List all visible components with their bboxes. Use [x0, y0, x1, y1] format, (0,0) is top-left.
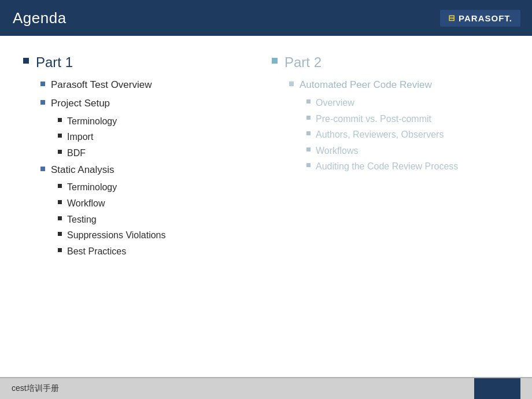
item-label: Project Setup — [51, 97, 110, 110]
list-item: BDF — [23, 147, 260, 160]
l3-bullet — [306, 99, 311, 104]
item-label: Terminology — [67, 181, 117, 194]
list-item: Auditing the Code Review Process — [272, 160, 509, 173]
logo: ⊟ PARASOFT. — [440, 10, 520, 27]
l3-bullet — [58, 150, 62, 154]
item-label: BDF — [67, 147, 86, 160]
l3-bullet — [306, 147, 311, 152]
column-part2: Part 2 Automated Peer Code Review Overvi… — [272, 53, 509, 365]
l2-bullet — [40, 82, 45, 86]
l2-bullet — [40, 167, 45, 171]
list-item: Workflows — [272, 145, 509, 157]
item-label: Workflows — [316, 145, 359, 157]
l3-bullet — [58, 216, 62, 220]
item-label: Suppressions Violations — [67, 229, 165, 242]
list-item: Best Practices — [23, 245, 260, 258]
item-label: Testing — [67, 213, 97, 226]
footer: cest培训手册 — [0, 377, 532, 399]
item-label: Import — [67, 131, 93, 143]
column-part1: Part 1 Parasoft Test Overview Project Se… — [23, 53, 260, 365]
footer-text: cest培训手册 — [12, 383, 59, 394]
l3-bullet — [306, 116, 311, 120]
l3-bullet — [58, 184, 62, 188]
l3-bullet — [58, 134, 62, 138]
part2-bullet — [272, 58, 278, 64]
l2-bullet — [289, 82, 294, 86]
header: Agenda ⊟ PARASOFT. — [0, 0, 532, 36]
l3-bullet — [58, 248, 62, 252]
logo-text: PARASOFT. — [459, 13, 512, 23]
list-item: Project Setup — [23, 97, 260, 110]
item-label: Static Analysis — [51, 163, 114, 177]
list-item: Testing — [23, 213, 260, 226]
l3-bullet — [58, 200, 62, 204]
item-label: Best Practices — [67, 245, 126, 258]
list-item: Static Analysis — [23, 163, 260, 177]
list-item: Automated Peer Code Review — [272, 78, 509, 92]
list-item: Parasoft Test Overview — [23, 78, 260, 92]
logo-icon: ⊟ — [448, 13, 455, 23]
list-item: Workflow — [23, 197, 260, 210]
main-content: Part 1 Parasoft Test Overview Project Se… — [0, 36, 532, 377]
l2-bullet — [40, 100, 45, 105]
item-label: Auditing the Code Review Process — [316, 160, 458, 173]
part1-heading: Part 1 — [23, 53, 260, 71]
part2-label: Part 2 — [285, 53, 322, 71]
item-label: Authors, Reviewers, Observers — [316, 128, 444, 141]
list-item: Suppressions Violations — [23, 229, 260, 242]
list-item: Authors, Reviewers, Observers — [272, 128, 509, 141]
l3-bullet — [306, 163, 311, 167]
item-label: Workflow — [67, 197, 105, 210]
item-label: Terminology — [67, 115, 117, 128]
part1-bullet — [23, 58, 29, 64]
page-title: Agenda — [13, 9, 66, 27]
list-item: Terminology — [23, 115, 260, 128]
list-item: Overview — [272, 97, 509, 109]
item-label: Overview — [316, 97, 354, 109]
l3-bullet — [58, 118, 62, 122]
l3-bullet — [58, 232, 62, 236]
item-label: Automated Peer Code Review — [300, 78, 432, 92]
part1-label: Part 1 — [36, 53, 73, 71]
item-label: Parasoft Test Overview — [51, 78, 152, 92]
list-item: Pre-commit vs. Post-commit — [272, 113, 509, 125]
item-label: Pre-commit vs. Post-commit — [316, 113, 431, 125]
list-item: Terminology — [23, 181, 260, 194]
l3-bullet — [306, 131, 311, 135]
list-item: Import — [23, 131, 260, 143]
footer-accent — [474, 378, 520, 399]
part2-heading: Part 2 — [272, 53, 509, 71]
